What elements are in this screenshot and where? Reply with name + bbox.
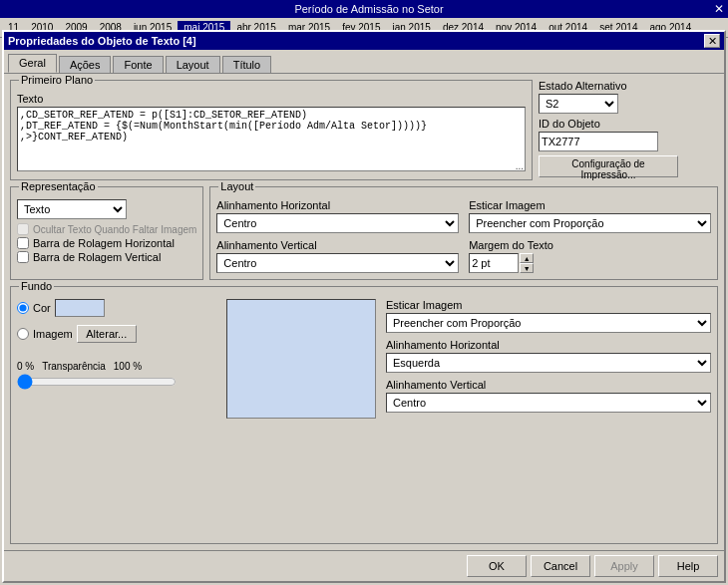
three-dots-button[interactable]: ... xyxy=(516,160,524,171)
margem-texto-down-button[interactable]: ▼ xyxy=(520,263,534,273)
texto-textarea[interactable]: ,CD_SETOR_REF_ATEND = p([S1]:CD_SETOR_RE… xyxy=(17,107,526,171)
fundo-esticar-select[interactable]: Preencher com Proporção Esticar Nenhum xyxy=(386,313,711,333)
fundo-esticar-section: Esticar Imagem Preencher com Proporção E… xyxy=(386,299,711,333)
dialog-title-bar: Propriedades do Objeto de Texto [4] ✕ xyxy=(4,32,724,50)
estado-alternativo-select[interactable]: S2 xyxy=(539,94,618,114)
fundo-left: Cor Imagem Alterar... 0 % Transparência … xyxy=(17,299,216,537)
fundo-label: Fundo xyxy=(19,280,54,292)
fundo-alinhamento-horizontal-section: Alinhamento Horizontal Esquerda Centro D… xyxy=(386,339,711,373)
barra-horizontal-checkbox[interactable] xyxy=(17,237,29,249)
image-preview xyxy=(226,299,376,419)
transparencia-slider[interactable] xyxy=(17,374,177,390)
margem-texto-input[interactable] xyxy=(469,253,519,273)
fundo-alinhamento-vertical-label: Alinhamento Vertical xyxy=(386,379,486,391)
tab-geral[interactable]: Geral xyxy=(8,54,57,73)
texto-label: Texto xyxy=(17,93,43,105)
tab-acoes[interactable]: Ações xyxy=(59,56,112,73)
alinhamento-horizontal-label: Alinhamento Horizontal xyxy=(216,199,330,211)
imagem-row: Imagem Alterar... xyxy=(17,325,216,343)
id-objeto-input[interactable] xyxy=(539,132,658,151)
alinhamento-horizontal-select[interactable]: Centro Esquerda Direita xyxy=(216,213,459,233)
dialog-close-button[interactable]: ✕ xyxy=(704,34,720,48)
barra-horizontal-label: Barra de Rolagem Horizontal xyxy=(33,237,175,249)
estado-alternativo-wrapper: S2 xyxy=(539,94,618,114)
fundo-alinhamento-vertical-select[interactable]: Centro Topo Base xyxy=(386,393,711,413)
primeiro-plano-label: Primeiro Plano xyxy=(19,74,95,86)
tab-bar: Geral Ações Fonte Layout Título xyxy=(4,50,724,74)
middle-section: Representação Texto Imagem Ocultar Texto… xyxy=(10,186,718,280)
id-objeto-section: ID do Objeto xyxy=(539,118,718,151)
id-objeto-label: ID do Objeto xyxy=(539,118,600,130)
transparencia-0-label: 0 % xyxy=(17,361,34,372)
cor-label: Cor xyxy=(33,302,51,314)
margem-texto-spinner: ▲ ▼ xyxy=(469,253,711,273)
top-section: Primeiro Plano Texto ,CD_SETOR_REF_ATEND… xyxy=(10,80,718,180)
margem-texto-up-button[interactable]: ▲ xyxy=(520,253,534,263)
help-button[interactable]: Help xyxy=(658,555,718,577)
representacao-group: Representação Texto Imagem Ocultar Texto… xyxy=(10,186,203,280)
tab-fonte[interactable]: Fonte xyxy=(113,56,163,73)
top-bar-title: Período de Admissão no Setor xyxy=(24,3,714,15)
transparencia-section: 0 % Transparência 100 % xyxy=(17,361,216,392)
barra-horizontal-row: Barra de Rolagem Horizontal xyxy=(17,237,196,249)
imagem-radio[interactable] xyxy=(17,328,29,340)
dialog-title-text: Propriedades do Objeto de Texto [4] xyxy=(8,35,196,47)
barra-vertical-row: Barra de Rolagem Vertical xyxy=(17,251,196,263)
cor-row: Cor xyxy=(17,299,216,317)
margem-texto-label: Margem do Texto xyxy=(469,239,553,251)
dialog: Propriedades do Objeto de Texto [4] ✕ Ge… xyxy=(2,30,726,583)
slider-row: 0 % Transparência 100 % xyxy=(17,361,216,372)
cancel-button[interactable]: Cancel xyxy=(531,555,590,577)
transparencia-100-label: 100 % xyxy=(114,361,142,372)
fundo-group: Fundo Cor Imagem Alterar... xyxy=(10,286,718,544)
cor-radio[interactable] xyxy=(17,302,29,314)
alinhamento-vertical-label: Alinhamento Vertical xyxy=(216,239,316,251)
dialog-content: Primeiro Plano Texto ,CD_SETOR_REF_ATEND… xyxy=(4,74,724,550)
layout-group: Layout Alinhamento Horizontal Centro Esq… xyxy=(209,186,718,280)
top-bar-close-button[interactable]: ✕ xyxy=(714,2,724,16)
fundo-esticar-label: Esticar Imagem xyxy=(386,299,462,311)
ocultar-texto-label: Ocultar Texto Quando Faltar Imagem xyxy=(33,224,196,235)
primeiro-plano-group: Primeiro Plano Texto ,CD_SETOR_REF_ATEND… xyxy=(10,80,533,180)
fundo-alinhamento-vertical-section: Alinhamento Vertical Centro Topo Base xyxy=(386,379,711,413)
margem-texto-spinner-btns: ▲ ▼ xyxy=(520,253,534,273)
representacao-label: Representação xyxy=(19,180,98,192)
fundo-right: Esticar Imagem Preencher com Proporção E… xyxy=(386,299,711,537)
fundo-alinhamento-horizontal-label: Alinhamento Horizontal xyxy=(386,339,500,351)
estado-alternativo-label: Estado Alternativo xyxy=(539,80,627,92)
fundo-alinhamento-horizontal-select[interactable]: Esquerda Centro Direita xyxy=(386,353,711,373)
barra-vertical-checkbox[interactable] xyxy=(17,251,29,263)
representacao-select[interactable]: Texto Imagem xyxy=(17,199,127,219)
transparencia-text-label: Transparência xyxy=(42,361,106,372)
ocultar-texto-row: Ocultar Texto Quando Faltar Imagem xyxy=(17,223,196,235)
estado-alternativo-section: Estado Alternativo S2 xyxy=(539,80,718,114)
dialog-footer: OK Cancel Apply Help xyxy=(4,550,724,581)
alinhamento-vertical-select[interactable]: Centro Topo Base xyxy=(216,253,459,273)
barra-vertical-label: Barra de Rolagem Vertical xyxy=(33,251,161,263)
esticar-imagem-select[interactable]: Preencher com Proporção Esticar Nenhum xyxy=(469,213,711,233)
top-bar: Período de Admissão no Setor ✕ xyxy=(0,0,728,18)
tab-titulo[interactable]: Título xyxy=(222,56,272,73)
ocultar-texto-checkbox[interactable] xyxy=(17,223,29,235)
configuracao-impressao-button[interactable]: Configuração de Impressão... xyxy=(539,155,678,177)
estado-id-section: Estado Alternativo S2 ID do Objeto Confi… xyxy=(539,80,718,180)
apply-button[interactable]: Apply xyxy=(594,555,654,577)
imagem-label: Imagem xyxy=(33,328,73,340)
tab-layout[interactable]: Layout xyxy=(166,56,220,73)
ok-button[interactable]: OK xyxy=(467,555,527,577)
alterar-button[interactable]: Alterar... xyxy=(77,325,137,343)
layout-group-label: Layout xyxy=(218,180,255,192)
cor-swatch[interactable] xyxy=(55,299,105,317)
esticar-imagem-label: Esticar Imagem xyxy=(469,199,545,211)
